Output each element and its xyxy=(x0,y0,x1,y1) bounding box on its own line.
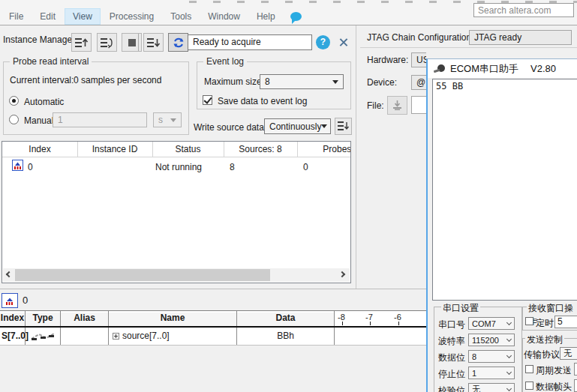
ruler-tick xyxy=(398,322,399,325)
feedback-bubble-icon[interactable] xyxy=(290,12,302,21)
chevron-down-icon xyxy=(506,336,512,341)
menu-window[interactable]: Window xyxy=(200,9,248,24)
protocol-label: 传输协议 xyxy=(524,349,560,361)
menu-edit[interactable]: Edit xyxy=(32,9,63,24)
close-pane-icon[interactable] xyxy=(338,37,349,47)
jtag-chain-label: JTAG Chain Configuration: xyxy=(367,32,474,43)
timer-label: 定时 xyxy=(536,317,554,330)
menu-file[interactable]: File xyxy=(2,9,31,24)
serial-port-select[interactable]: COM7 xyxy=(468,317,515,330)
chevron-down-icon xyxy=(506,369,512,374)
chevron-down-icon xyxy=(506,319,512,325)
write-source-select[interactable]: Continuously xyxy=(264,118,331,134)
instance-manager-label: Instance Manager: xyxy=(3,34,77,45)
data-bits-select[interactable]: 8 xyxy=(468,350,515,363)
col-probes: Probes: 0 xyxy=(297,144,351,156)
device-field: @ xyxy=(411,75,426,90)
col-status: Status xyxy=(152,144,224,156)
acquire-status-field: Ready to acquire xyxy=(188,34,312,50)
dt-col-type: Type xyxy=(26,313,60,326)
save-event-log-label: Save data to event log xyxy=(218,96,307,106)
menu-tools[interactable]: Tools xyxy=(163,9,199,24)
instance-row-sources[interactable]: 8 xyxy=(230,162,235,172)
ruler-tick xyxy=(342,322,343,325)
receive-textarea[interactable]: 55 BB xyxy=(432,79,577,301)
file-download-button[interactable] xyxy=(387,96,407,115)
manual-radio[interactable] xyxy=(9,115,19,124)
periodic-interval-input[interactable] xyxy=(574,363,577,376)
instance-tab-label[interactable]: 0 xyxy=(23,295,28,306)
protocol-select[interactable]: 无 xyxy=(560,347,577,360)
row-name-text: source[7..0] xyxy=(122,331,170,341)
ecom-title-bar[interactable]: ECOM串口助手 V2.80 xyxy=(428,59,577,78)
scrollbar-thumb[interactable] xyxy=(15,269,270,281)
auto-write-toggle-button[interactable] xyxy=(168,33,188,52)
timer-checkbox[interactable] xyxy=(525,317,533,325)
toolbar-separator xyxy=(138,34,139,51)
dropdown-arrow-icon xyxy=(321,124,327,131)
list-loop-icon xyxy=(100,37,114,49)
parity-value: 无 xyxy=(472,384,480,392)
maximum-size-select[interactable]: 8 xyxy=(260,74,344,89)
chevron-down-icon xyxy=(506,385,512,391)
instance-row-index[interactable]: 0 xyxy=(28,162,33,172)
continuously-read-button[interactable] xyxy=(97,33,117,52)
ruler-tick-label: -8 xyxy=(338,313,345,322)
write-data-button[interactable] xyxy=(143,33,164,52)
periodic-send-checkbox[interactable] xyxy=(525,365,533,373)
file-label: File: xyxy=(367,100,384,111)
app-window: File Edit View Processing Tools Window H… xyxy=(0,0,577,392)
periodic-send-label: 周期发送 xyxy=(536,364,572,377)
interval-unit-select[interactable]: s xyxy=(153,112,182,127)
header-divider xyxy=(152,142,153,157)
scroll-right-icon[interactable] xyxy=(339,271,345,277)
serial-settings-title: 串口设置 xyxy=(441,302,480,315)
dropdown-arrow-icon xyxy=(170,118,176,125)
menu-processing[interactable]: Processing xyxy=(102,9,161,24)
save-event-log-checkbox[interactable] xyxy=(203,95,212,105)
maximum-size-label: Maximum size: xyxy=(204,76,264,87)
menubar-divider xyxy=(0,25,577,25)
horizontal-scrollbar[interactable] xyxy=(3,268,350,282)
col-instance-id: Instance ID xyxy=(77,144,152,156)
frame-header-input[interactable] xyxy=(574,379,577,392)
manual-interval-input[interactable]: 1 xyxy=(53,112,147,127)
write-once-button[interactable] xyxy=(335,118,352,135)
scroll-left-icon[interactable] xyxy=(6,271,12,277)
row-name[interactable]: source[7..0] xyxy=(113,331,170,341)
stop-bits-select[interactable]: 1 xyxy=(468,367,515,379)
frame-header-checkbox[interactable] xyxy=(525,382,533,390)
protocol-value: 无 xyxy=(563,348,572,359)
chevron-down-icon xyxy=(506,352,512,358)
row-data[interactable]: BBh xyxy=(237,331,334,341)
serial-port-label: 串口号 xyxy=(438,319,465,331)
instance-row-status[interactable]: Not running xyxy=(155,162,202,172)
automatic-radio[interactable] xyxy=(9,96,19,106)
header-underline xyxy=(2,157,350,157)
hardware-label: Hardware: xyxy=(367,55,408,65)
baud-rate-select[interactable]: 115200 xyxy=(468,334,515,346)
ruler-tick xyxy=(370,322,371,325)
menu-view[interactable]: View xyxy=(65,8,101,25)
parity-select[interactable]: 无 xyxy=(468,383,515,392)
tree-expand-icon[interactable] xyxy=(113,333,119,340)
frame-header-label: 数据帧头 xyxy=(536,381,572,392)
device-label: Device: xyxy=(367,77,397,88)
current-interval-value: 0 samples per second xyxy=(74,75,161,85)
read-probe-data-button[interactable] xyxy=(71,33,92,52)
maximum-size-value: 8 xyxy=(265,76,270,87)
help-button[interactable]: ? xyxy=(316,35,330,49)
bottom-panel-empty xyxy=(0,345,426,392)
stop-icon xyxy=(127,37,137,48)
instance-row-probes[interactable]: 0 xyxy=(303,162,308,172)
serial-port-value: COM7 xyxy=(472,319,496,328)
dt-col-data: Data xyxy=(237,313,334,326)
download-icon xyxy=(392,100,403,111)
instance-tab[interactable] xyxy=(2,293,18,308)
row-index[interactable]: S[7..0] xyxy=(2,331,29,341)
data-table: Index Type Alias Name Data -8 -7 -6 S[7.… xyxy=(0,310,426,345)
file-field xyxy=(411,96,426,114)
timer-input[interactable]: 5 xyxy=(554,316,577,328)
menu-help[interactable]: Help xyxy=(249,9,283,24)
search-input[interactable] xyxy=(473,3,574,17)
